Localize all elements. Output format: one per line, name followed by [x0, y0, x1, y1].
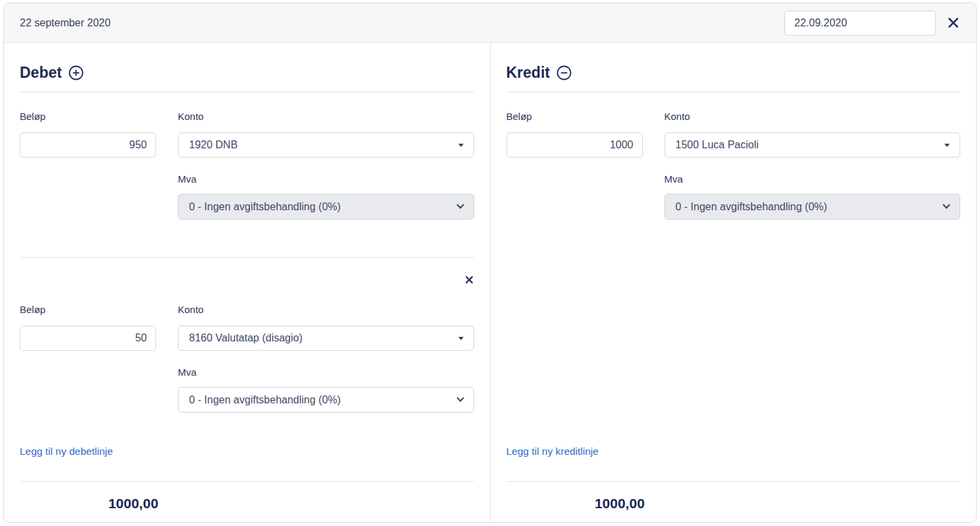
chevron-down-icon: [456, 201, 464, 208]
line-divider: [20, 257, 474, 258]
line-fields: BeløpKonto8160 Valutatap (disagio): [20, 304, 474, 351]
remove-line-icon[interactable]: [464, 274, 474, 285]
account-label: Konto: [178, 111, 474, 122]
account-dropdown[interactable]: 1920 DNB: [178, 132, 474, 158]
account-value: 1920 DNB: [189, 139, 238, 151]
account-value: 8160 Valutatap (disagio): [189, 332, 302, 344]
vat-value: 0 - Ingen avgiftsbehandling (0%): [189, 201, 340, 213]
remove-line-row: [20, 274, 474, 285]
vat-label: Mva: [178, 173, 474, 185]
vat-select[interactable]: 0 - Ingen avgiftsbehandling (0%): [178, 194, 474, 219]
divider: [506, 92, 961, 92]
debit-title: Debet: [20, 64, 474, 92]
amount-field-group: Beløp: [20, 111, 156, 158]
amount-input[interactable]: [20, 132, 156, 158]
debit-total: 1000,00: [20, 496, 247, 511]
amount-label: Beløp: [20, 111, 156, 122]
vat-value: 0 - Ingen avgiftsbehandling (0%): [189, 394, 340, 406]
account-value: 1500 Luca Pacioli: [676, 139, 759, 151]
account-label: Konto: [665, 111, 961, 122]
plus-circle-icon[interactable]: [68, 65, 84, 81]
dialog-header: 22 september 2020: [4, 3, 976, 43]
vat-label: Mva: [178, 366, 474, 378]
column-title-text: Debet: [20, 64, 62, 82]
dropdown-arrow-icon: [458, 144, 464, 147]
line-fields: BeløpKonto1920 DNB: [20, 111, 474, 158]
debit-column: DebetBeløpKonto1920 DNBMva0 - Ingen avgi…: [4, 43, 490, 522]
account-label: Konto: [178, 304, 474, 315]
vat-field-group: Mva0 - Ingen avgiftsbehandling (0%): [178, 366, 474, 413]
amount-label: Beløp: [506, 111, 643, 122]
vat-field-group: Mva0 - Ingen avgiftsbehandling (0%): [665, 173, 961, 219]
add-debit-line-link[interactable]: Legg til ny debetlinje: [20, 446, 113, 457]
entry-date-label: 22 september 2020: [20, 17, 111, 29]
close-icon[interactable]: [946, 16, 960, 30]
dropdown-arrow-icon: [944, 144, 950, 147]
account-field-group: Konto1920 DNB: [178, 111, 474, 158]
divider: [20, 92, 474, 92]
amount-field-group: Beløp: [506, 111, 643, 158]
account-dropdown[interactable]: 1500 Luca Pacioli: [665, 132, 961, 158]
credit-column: KreditBeløpKonto1500 Luca PacioliMva0 - …: [491, 43, 977, 522]
account-dropdown[interactable]: 8160 Valutatap (disagio): [178, 326, 474, 351]
chevron-down-icon: [456, 394, 464, 401]
dialog-body: DebetBeløpKonto1920 DNBMva0 - Ingen avgi…: [4, 43, 976, 522]
credit-total: 1000,00: [506, 496, 734, 511]
minus-circle-icon[interactable]: [556, 65, 572, 81]
account-field-group: Konto8160 Valutatap (disagio): [178, 304, 474, 351]
journal-entry-dialog: 22 september 2020 DebetBeløpKonto1920 DN…: [3, 3, 977, 523]
chevron-down-icon: [942, 201, 950, 208]
vat-select[interactable]: 0 - Ingen avgiftsbehandling (0%): [665, 194, 961, 219]
account-field-group: Konto1500 Luca Pacioli: [665, 111, 961, 158]
amount-input[interactable]: [20, 326, 156, 351]
divider: [20, 481, 474, 482]
credit-title: Kredit: [506, 64, 961, 92]
line-fields: BeløpKonto1500 Luca Pacioli: [506, 111, 961, 158]
amount-field-group: Beløp: [20, 304, 156, 351]
date-input[interactable]: [784, 11, 936, 36]
amount-label: Beløp: [20, 304, 156, 315]
vat-select[interactable]: 0 - Ingen avgiftsbehandling (0%): [178, 387, 474, 413]
vat-value: 0 - Ingen avgiftsbehandling (0%): [676, 201, 827, 213]
vat-field-group: Mva0 - Ingen avgiftsbehandling (0%): [178, 173, 474, 219]
header-controls: [784, 11, 960, 36]
dropdown-arrow-icon: [458, 337, 464, 340]
divider: [506, 481, 961, 482]
vat-label: Mva: [665, 173, 961, 185]
amount-input[interactable]: [506, 132, 643, 158]
column-title-text: Kredit: [506, 64, 550, 82]
add-credit-line-link[interactable]: Legg til ny kreditlinje: [506, 446, 599, 457]
